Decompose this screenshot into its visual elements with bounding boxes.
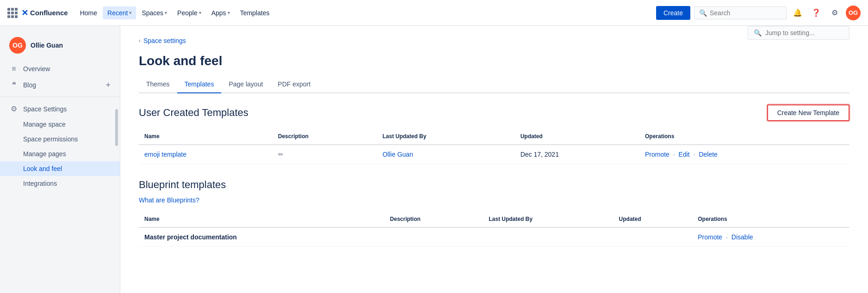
avatar: OG: [9, 37, 26, 54]
nav-home[interactable]: Home: [75, 6, 102, 19]
sidebar-item-manage-pages[interactable]: Manage pages: [0, 146, 120, 161]
breadcrumb[interactable]: ‹ Space settings: [139, 37, 849, 44]
sidebar-item-look-and-feel[interactable]: Look and feel: [0, 161, 120, 176]
page-title: Look and feel: [139, 54, 849, 68]
user-templates-table: Name Description Last Updated By Updated…: [139, 128, 849, 164]
col-last-updated-by: Last Updated By: [377, 128, 515, 145]
edit-link[interactable]: Edit: [679, 151, 690, 158]
table-row: Master project documentation Promote · D…: [139, 227, 849, 247]
sidebar: OG Ollie Guan ≡ Overview ❝ Blog + ⚙ Spac…: [0, 26, 120, 293]
bp-description: [384, 227, 483, 247]
blueprint-table-body: Master project documentation Promote · D…: [139, 227, 849, 247]
gear-icon: ⚙: [9, 104, 19, 113]
chevron-down-icon: ▾: [199, 10, 201, 15]
sidebar-item-space-settings[interactable]: ⚙ Space Settings: [0, 101, 120, 117]
col-name: Name: [139, 128, 273, 145]
bp-col-last-updated-by: Last Updated By: [483, 211, 613, 227]
topnav-nav: Home Recent ▾ Spaces ▾ People ▾ Apps ▾ T…: [75, 6, 651, 19]
list-icon: ≡: [9, 65, 19, 73]
jump-to-setting[interactable]: 🔍: [748, 26, 849, 40]
tabs: Themes Templates Page layout PDF export: [139, 76, 849, 93]
blueprint-table: Name Description Last Updated By Updated…: [139, 211, 849, 247]
bp-col-updated: Updated: [614, 211, 693, 227]
template-updated: Dec 17, 2021: [515, 145, 639, 164]
col-operations: Operations: [639, 128, 849, 145]
sidebar-item-integrations[interactable]: Integrations: [0, 176, 120, 191]
create-new-template-button[interactable]: Create New Template: [767, 104, 849, 121]
nav-people[interactable]: People ▾: [173, 6, 206, 19]
template-description: ✏: [273, 145, 377, 164]
table-container: Name Description Last Updated By Updated…: [139, 128, 849, 164]
tab-page-layout[interactable]: Page layout: [221, 76, 270, 93]
chevron-down-icon: ▾: [129, 10, 131, 15]
back-icon: ‹: [139, 37, 141, 44]
separator: ·: [726, 233, 728, 241]
bp-name: Master project documentation: [139, 227, 384, 247]
template-name-link[interactable]: emoji template: [139, 145, 273, 164]
sidebar-item-overview[interactable]: ≡ Overview: [0, 61, 120, 77]
settings-button[interactable]: ⚙: [827, 6, 842, 20]
nav-templates[interactable]: Templates: [236, 6, 274, 19]
tab-themes[interactable]: Themes: [139, 76, 177, 93]
template-operations: Promote · Edit · Delete: [639, 145, 849, 164]
notifications-button[interactable]: 🔔: [790, 6, 805, 20]
topnav: ✕ Confluence Home Recent ▾ Spaces ▾ Peop…: [0, 0, 868, 26]
main-content: ‹ Space settings 🔍 Look and feel Themes …: [120, 26, 868, 293]
user-avatar[interactable]: OG: [846, 6, 861, 20]
bp-promote-link[interactable]: Promote: [698, 233, 722, 241]
logo-area[interactable]: ✕ Confluence: [7, 8, 68, 18]
edit-icon[interactable]: ✏: [278, 151, 284, 158]
sidebar-divider: [0, 97, 120, 97]
nav-recent[interactable]: Recent ▾: [103, 6, 136, 19]
bp-last-updated-by: [483, 227, 613, 247]
table-header: Name Description Last Updated By Updated…: [139, 128, 849, 145]
search-input[interactable]: [710, 9, 779, 17]
quote-icon: ❝: [9, 80, 19, 89]
user-created-title: User Created Templates: [139, 107, 248, 119]
col-updated: Updated: [515, 128, 639, 145]
help-button[interactable]: ❓: [809, 6, 824, 20]
bp-disable-link[interactable]: Disable: [732, 233, 753, 241]
bp-col-description: Description: [384, 211, 483, 227]
blueprint-table-header: Name Description Last Updated By Updated…: [139, 211, 849, 227]
sidebar-user: OG Ollie Guan: [0, 33, 120, 61]
tab-pdf-export[interactable]: PDF export: [270, 76, 318, 93]
blueprint-title: Blueprint templates: [139, 179, 849, 191]
table-row: emoji template ✏ Ollie Guan Dec 17, 2021…: [139, 145, 849, 164]
sidebar-item-manage-space[interactable]: Manage space: [0, 117, 120, 132]
separator: ·: [673, 151, 675, 158]
template-last-updated-by[interactable]: Ollie Guan: [377, 145, 515, 164]
page-layout: OG Ollie Guan ≡ Overview ❝ Blog + ⚙ Spac…: [0, 26, 868, 293]
bp-operations: Promote · Disable: [692, 227, 849, 247]
chevron-down-icon: ▾: [165, 10, 167, 15]
delete-link[interactable]: Delete: [699, 151, 717, 158]
user-name: Ollie Guan: [31, 42, 63, 49]
sidebar-item-space-permissions[interactable]: Space permissions: [0, 132, 120, 146]
jump-input[interactable]: [765, 29, 839, 37]
promote-link[interactable]: Promote: [645, 151, 670, 158]
nav-spaces[interactable]: Spaces ▾: [137, 6, 172, 19]
user-created-section-header: User Created Templates Create New Templa…: [139, 104, 849, 121]
separator: ·: [694, 151, 695, 158]
search-icon: 🔍: [754, 29, 762, 37]
sidebar-item-blog[interactable]: ❝ Blog +: [0, 77, 120, 93]
search-box[interactable]: 🔍: [694, 6, 787, 19]
nav-apps[interactable]: Apps ▾: [207, 6, 235, 19]
create-button[interactable]: Create: [656, 6, 690, 20]
bp-updated: [614, 227, 693, 247]
what-are-blueprints-link[interactable]: What are Blueprints?: [139, 196, 849, 204]
col-description: Description: [273, 128, 377, 145]
bp-col-name: Name: [139, 211, 384, 227]
search-icon: 🔍: [699, 9, 707, 17]
confluence-logo: ✕ Confluence: [21, 8, 68, 18]
table-body: emoji template ✏ Ollie Guan Dec 17, 2021…: [139, 145, 849, 164]
topnav-right: 🔍 🔔 ❓ ⚙ OG: [694, 6, 861, 20]
bp-col-operations: Operations: [692, 211, 849, 227]
grid-icon: [7, 8, 18, 18]
chevron-down-icon: ▾: [228, 10, 230, 15]
add-blog-button[interactable]: +: [105, 81, 111, 89]
tab-templates[interactable]: Templates: [177, 76, 222, 93]
